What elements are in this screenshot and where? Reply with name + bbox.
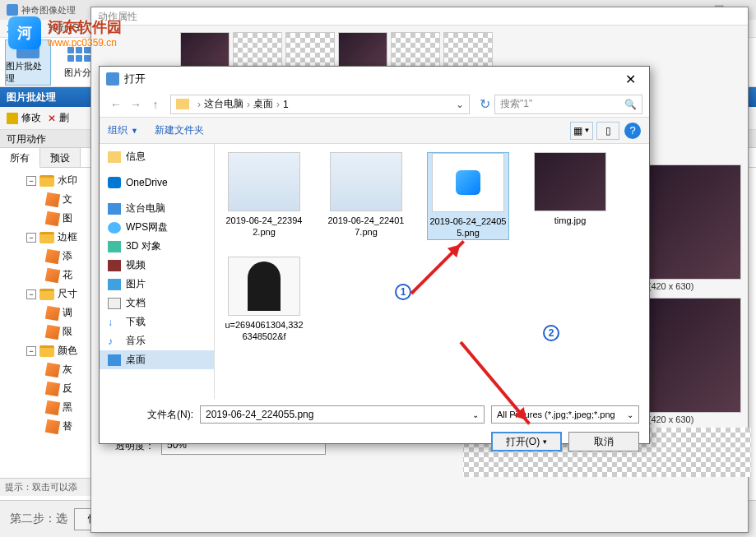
sidebar-item-video[interactable]: 视频 xyxy=(100,256,214,275)
cube-icon xyxy=(45,267,61,283)
delete-label: 删 xyxy=(59,111,69,125)
file-list: 2019-06-24_223942.png 2019-06-24_224017.… xyxy=(215,144,649,399)
folder-icon xyxy=(39,175,54,187)
filename-input[interactable]: 2019-06-24_224055.png⌄ xyxy=(200,405,485,424)
folder-icon xyxy=(39,232,54,243)
onedrive-icon xyxy=(108,177,121,188)
cube-icon xyxy=(45,362,61,377)
search-icon: 🔍 xyxy=(624,99,637,110)
delete-button[interactable]: ✕ 删 xyxy=(48,111,69,125)
cube-icon xyxy=(45,248,61,264)
modify-label: 修改 xyxy=(21,111,41,125)
view-mode-button[interactable]: ▦▼ xyxy=(570,122,593,140)
refresh-button[interactable]: ↻ xyxy=(475,95,494,114)
watermark-logo-icon: 河 xyxy=(8,16,41,49)
sidebar-item-desktop[interactable]: 桌面 xyxy=(100,350,214,369)
tab-preset[interactable]: 预设 xyxy=(40,148,81,167)
folder-icon xyxy=(39,289,54,300)
file-thumbnail xyxy=(228,152,300,211)
file-item-selected[interactable]: 2019-06-24_224055.png xyxy=(427,152,509,240)
file-item[interactable]: timg.jpg xyxy=(529,152,611,240)
tab-all[interactable]: 所有 xyxy=(0,148,40,168)
cube-icon xyxy=(45,400,61,415)
open-button[interactable]: 打开(O)▾ xyxy=(491,432,562,451)
back-button[interactable]: ← xyxy=(106,95,126,114)
file-item[interactable]: 2019-06-24_223942.png xyxy=(223,152,305,240)
cancel-button[interactable]: 取消 xyxy=(568,432,639,451)
pencil-icon xyxy=(7,113,18,124)
sidebar-item-pictures[interactable]: 图片 xyxy=(100,275,214,294)
file-thumbnail xyxy=(330,152,402,211)
sidebar-item-wps[interactable]: WPS网盘 xyxy=(100,218,214,237)
cube-icon xyxy=(45,381,61,396)
file-item[interactable]: 2019-06-24_224017.png xyxy=(325,152,407,240)
sidebar-item-info[interactable]: 信息 xyxy=(100,147,214,166)
cube-icon xyxy=(45,324,61,340)
app-icon xyxy=(106,72,119,86)
cube-icon xyxy=(45,211,61,226)
hint-text: 提示：双击可以添 xyxy=(0,478,90,496)
dialog-title: 打开 xyxy=(124,72,146,86)
forward-button[interactable]: → xyxy=(126,95,146,114)
close-button[interactable]: ✕ xyxy=(619,72,642,87)
file-thumbnail xyxy=(432,153,504,212)
preview-panel: ) (420 x 630) ) (420 x 630) ▼ 下一张 xyxy=(642,164,749,453)
download-icon xyxy=(108,317,121,328)
cube-icon xyxy=(45,419,61,434)
dialog-bottom: 文件名(N): 2019-06-24_224055.png⌄ All Pictu… xyxy=(100,399,649,461)
folder-icon xyxy=(108,151,121,163)
app-title: 神奇图像处理 xyxy=(21,4,76,16)
preview-pane-button[interactable]: ▯ xyxy=(596,122,619,140)
tool-batch-label: 图片批处理 xyxy=(6,60,50,85)
desktop-icon xyxy=(108,354,121,366)
filename-label: 文件名(N): xyxy=(109,408,200,422)
watermark-url: www.pc0359.cn xyxy=(48,37,122,49)
sidebar-item-documents[interactable]: 文档 xyxy=(100,294,214,312)
cube-icon xyxy=(108,241,121,252)
nav-bar: ← → ↑ › 这台电脑 › 桌面 › 1 ⌄ ↻ 搜索"1" 🔍 xyxy=(100,91,649,118)
cube-icon xyxy=(45,192,61,207)
tool-split-label: 图片分 xyxy=(64,67,91,79)
preview-caption: ) (420 x 630) xyxy=(642,281,749,291)
up-button[interactable]: ↑ xyxy=(146,95,165,114)
file-item[interactable]: u=2694061304,3326348502&f xyxy=(223,257,305,343)
file-type-filter[interactable]: All Pictures (*.jpg;*.jpeg;*.png⌄ xyxy=(491,405,639,424)
path-breadcrumb[interactable]: › 这台电脑 › 桌面 › 1 ⌄ xyxy=(170,95,470,114)
dialog-toolbar: 组织▼ 新建文件夹 ▦▼ ▯ ? xyxy=(100,118,649,144)
preview-image xyxy=(642,164,741,280)
preview-caption: ) (420 x 630) xyxy=(642,414,749,424)
modify-button[interactable]: 修改 xyxy=(7,111,41,125)
sidebar-item-pc[interactable]: 这台电脑 xyxy=(100,199,214,218)
pictures-icon xyxy=(108,279,121,290)
dialog-titlebar: 打开 ✕ xyxy=(100,67,649,91)
cloud-icon xyxy=(108,222,121,234)
sidebar-item-downloads[interactable]: 下载 xyxy=(100,312,214,331)
watermark-name: 河东软件园 xyxy=(48,17,122,37)
folder-icon xyxy=(39,345,54,357)
step-label: 第二步：选 xyxy=(10,512,67,526)
sidebar-item-onedrive[interactable]: OneDrive xyxy=(100,174,214,191)
file-thumbnail xyxy=(534,152,606,211)
file-thumbnail xyxy=(228,257,300,316)
file-open-dialog: 打开 ✕ ← → ↑ › 这台电脑 › 桌面 › 1 ⌄ ↻ 搜索"1" 🔍 组… xyxy=(99,66,650,444)
folder-icon xyxy=(176,99,189,109)
app-icon xyxy=(7,4,18,16)
cube-icon xyxy=(45,305,61,321)
pc-icon xyxy=(108,203,121,215)
music-icon: ♪ xyxy=(108,336,121,347)
documents-icon xyxy=(108,298,121,309)
delete-icon: ✕ xyxy=(48,113,56,124)
organize-button[interactable]: 组织▼ xyxy=(108,123,138,137)
sidebar-item-3d[interactable]: 3D 对象 xyxy=(100,237,214,256)
help-button[interactable]: ? xyxy=(624,123,641,139)
preview-image xyxy=(642,298,741,413)
new-folder-button[interactable]: 新建文件夹 xyxy=(155,123,204,137)
search-input[interactable]: 搜索"1" 🔍 xyxy=(494,95,642,114)
dialog-title: 动作属性 xyxy=(91,7,748,25)
sidebar-tree: 信息 OneDrive 这台电脑 WPS网盘 3D 对象 视频 图片 文档 下载… xyxy=(100,144,215,399)
watermark: 河 河东软件园 www.pc0359.cn xyxy=(8,16,122,49)
video-icon xyxy=(108,260,121,271)
sidebar-item-music[interactable]: ♪音乐 xyxy=(100,331,214,350)
